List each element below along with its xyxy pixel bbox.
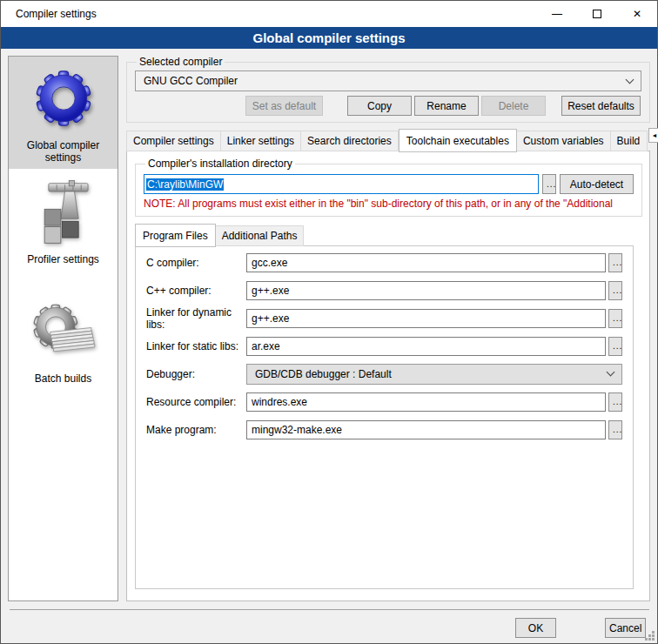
rename-button[interactable]: Rename (414, 96, 479, 116)
resize-grip[interactable] (645, 631, 655, 641)
installation-directory-group-label: Compiler's installation directory (145, 158, 295, 170)
tab-search-directories[interactable]: Search directories (301, 131, 399, 151)
reset-defaults-button[interactable]: Reset defaults (561, 96, 641, 116)
toolchain-executables-page: Compiler's installation directory C:\ray… (126, 151, 650, 601)
selected-compiler-group: Selected compiler GNU GCC Compiler Set a… (126, 56, 650, 123)
debugger-select[interactable]: GDB/CDB debugger : Default (246, 364, 622, 385)
programs-note-text: NOTE: All programs must exist either in … (144, 198, 634, 210)
dynamic-linker-input[interactable]: g++.exe (246, 309, 606, 328)
field-value: ar.exe (252, 340, 280, 352)
browse-directory-button[interactable]: ... (542, 174, 556, 194)
chevron-down-icon (607, 368, 615, 377)
debugger-row: Debugger: GDB/CDB debugger : Default (146, 364, 622, 384)
sidebar-item-label: Global compiler settings (10, 139, 116, 164)
make-program-input[interactable]: mingw32-make.exe (246, 420, 606, 439)
tab-label: Toolchain executables (406, 135, 509, 147)
settings-tab-strip: Compiler settings Linker settings Search… (126, 128, 650, 151)
tab-additional-paths[interactable]: Additional Paths (216, 225, 305, 246)
debugger-select-value: GDB/CDB debugger : Default (255, 368, 608, 380)
title-bar: Compiler settings — ✕ (1, 1, 657, 27)
tab-label: Program Files (143, 230, 208, 242)
sidebar-item-label: Batch builds (35, 372, 91, 385)
global-compiler-settings-page: Selected compiler GNU GCC Compiler Set a… (126, 56, 650, 601)
dialog-footer: OK Cancel (10, 609, 649, 643)
compiler-actions-row: Set as default Copy Rename Delete Reset … (135, 96, 641, 116)
tab-label: Search directories (307, 135, 392, 147)
compiler-settings-dialog: Compiler settings — ✕ Global compiler se… (0, 0, 658, 644)
tab-label: Additional Paths (222, 230, 298, 242)
c-compiler-row: C compiler: gcc.exe ... (146, 252, 622, 272)
browse-c-compiler-button[interactable]: ... (608, 253, 622, 272)
gear-stack-icon (30, 300, 97, 369)
field-label: Linker for dynamic libs: (146, 306, 246, 331)
field-label: C++ compiler: (146, 285, 246, 297)
window-title: Compiler settings (16, 8, 97, 20)
dynamic-linker-row: Linker for dynamic libs: g++.exe ... (146, 308, 622, 328)
field-value: mingw32-make.exe (252, 424, 342, 436)
field-label: Debugger: (146, 368, 246, 380)
ok-button[interactable]: OK (515, 618, 556, 638)
minimize-button[interactable]: — (537, 1, 577, 27)
make-program-row: Make program: mingw32-make.exe ... (146, 419, 622, 439)
c-compiler-input[interactable]: gcc.exe (246, 253, 606, 272)
tab-toolchain-executables[interactable]: Toolchain executables (399, 129, 517, 152)
installation-directory-input[interactable]: C:\raylib\MinGW (144, 174, 539, 194)
set-as-default-button[interactable]: Set as default (245, 96, 323, 116)
dialog-body: Global compiler settings (1, 49, 657, 609)
tab-label: Compiler settings (133, 135, 214, 147)
field-value: g++.exe (252, 312, 289, 325)
cpp-compiler-row: C++ compiler: g++.exe ... (146, 280, 622, 300)
tab-program-files[interactable]: Program Files (135, 224, 216, 247)
tab-compiler-settings[interactable]: Compiler settings (126, 131, 221, 151)
field-label: C compiler: (146, 257, 246, 269)
window-controls: — ✕ (537, 1, 657, 27)
cpp-compiler-input[interactable]: g++.exe (246, 281, 606, 300)
static-linker-input[interactable]: ar.exe (246, 337, 606, 356)
tab-build-options[interactable]: Build options (611, 131, 648, 151)
chevron-down-icon (626, 75, 634, 84)
page-title: Global compiler settings (1, 27, 657, 49)
tab-custom-variables[interactable]: Custom variables (517, 131, 611, 151)
blue-gear-icon (29, 64, 98, 136)
selected-compiler-group-label: Selected compiler (137, 56, 225, 68)
auto-detect-button[interactable]: Auto-detect (560, 174, 634, 194)
maximize-button[interactable] (577, 1, 617, 27)
field-label: Linker for static libs: (146, 340, 246, 352)
browse-cpp-compiler-button[interactable]: ... (608, 281, 622, 300)
program-files-tab-strip: Program Files Additional Paths (135, 223, 642, 246)
field-value: g++.exe (252, 285, 289, 297)
settings-category-list: Global compiler settings (8, 56, 118, 601)
field-value: windres.exe (252, 396, 307, 408)
maximize-icon (593, 10, 601, 18)
sidebar-item-profiler-settings[interactable]: Profiler settings (9, 172, 118, 271)
sidebar-item-label: Profiler settings (27, 253, 99, 265)
tab-linker-settings[interactable]: Linker settings (221, 131, 301, 151)
tab-label: Linker settings (227, 135, 294, 147)
browse-dynamic-linker-button[interactable]: ... (608, 309, 622, 328)
tab-label: Custom variables (523, 135, 604, 147)
browse-static-linker-button[interactable]: ... (608, 337, 622, 356)
close-button[interactable]: ✕ (617, 1, 657, 27)
field-label: Resource compiler: (146, 396, 246, 408)
sidebar-item-batch-builds[interactable]: Batch builds (9, 293, 118, 390)
resource-compiler-row: Resource compiler: windres.exe ... (146, 392, 622, 412)
compiler-select-value: GNU GCC Compiler (144, 75, 627, 87)
resource-compiler-input[interactable]: windres.exe (246, 392, 606, 412)
tab-scroll-left-icon[interactable]: ◄ (648, 128, 658, 143)
tab-scroll-buttons: ◄ ► (648, 128, 658, 143)
close-icon: ✕ (633, 8, 641, 20)
field-label: Make program: (146, 424, 246, 436)
compiler-select[interactable]: GNU GCC Compiler (135, 70, 641, 91)
delete-button[interactable]: Delete (481, 96, 546, 116)
sidebar-item-global-compiler-settings[interactable]: Global compiler settings (9, 57, 118, 169)
caliper-icon (30, 179, 97, 250)
browse-resource-compiler-button[interactable]: ... (608, 392, 622, 412)
installation-directory-group: Compiler's installation directory C:\ray… (135, 158, 642, 217)
field-value: gcc.exe (252, 257, 287, 269)
cancel-button[interactable]: Cancel (605, 618, 646, 638)
browse-make-program-button[interactable]: ... (608, 420, 622, 439)
copy-button[interactable]: Copy (347, 96, 412, 116)
installation-directory-value: C:\raylib\MinGW (146, 178, 224, 191)
minimize-icon: — (552, 8, 562, 20)
tab-label: Build options (617, 135, 641, 147)
